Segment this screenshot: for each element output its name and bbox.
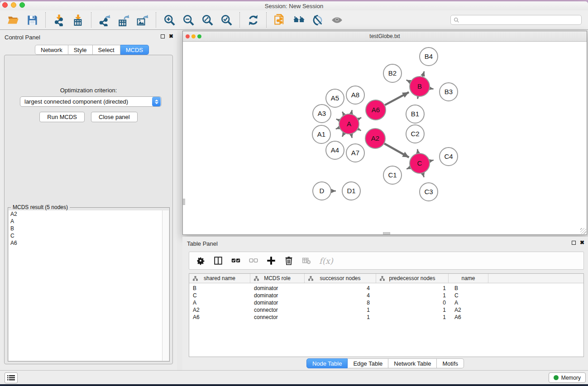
table-cell[interactable]: 1 [376,307,449,313]
network-hscrollbar[interactable] [383,232,390,234]
graph-node-A8[interactable]: A8 [346,86,364,104]
close-table-panel-icon[interactable]: ✖ [580,240,584,245]
graph-node-B3[interactable]: B3 [440,83,458,101]
graph-edge-C-C2[interactable] [417,149,418,153]
table-cell[interactable]: 4 [305,285,376,291]
graph-edge-A-A8[interactable] [351,110,352,114]
graph-node-C[interactable]: C [410,153,430,173]
graph-edge-B-B4[interactable] [423,71,424,76]
delete-table-button[interactable] [301,256,311,266]
zoom-out-button[interactable] [182,13,195,27]
float-table-panel-icon[interactable] [572,241,576,245]
tab-network[interactable]: Network [35,45,68,55]
split-columns-button[interactable] [213,256,223,266]
graph-node-A1[interactable]: A1 [312,125,330,143]
graph-edge-A-A7[interactable] [351,134,352,138]
graph-edge-C-C4[interactable] [430,160,434,161]
graph-edge-B-B3[interactable] [430,88,434,89]
graph-edge-C-C1[interactable] [406,167,410,169]
graph-node-C1[interactable]: C1 [383,166,402,184]
column-header-shared-name[interactable]: shared name [189,274,250,283]
table-cell[interactable]: A [189,300,250,306]
table-row[interactable]: Adominator80A [189,299,583,306]
graph-edge-A-A4[interactable] [342,133,344,137]
graph-edge-A2-C[interactable] [384,143,409,157]
tab-motifs[interactable]: Motifs [437,358,464,368]
column-header-successor-nodes[interactable]: successor nodes [305,274,376,283]
table-cell[interactable]: 1 [305,307,376,313]
table-cell[interactable]: C [189,292,250,299]
export-table-button[interactable] [117,13,130,27]
zoom-fit-button[interactable] [201,13,214,27]
memory-button[interactable]: Memory [549,372,586,383]
graph-edge-A-A1[interactable] [336,128,339,129]
graph-node-A4[interactable]: A4 [326,141,344,159]
mcds-result-item[interactable]: B [9,225,162,232]
graph-node-A5[interactable]: A5 [326,89,344,107]
table-cell[interactable]: dominator [250,292,305,299]
network-vscrollbar[interactable] [183,199,185,205]
float-panel-icon[interactable] [161,34,165,38]
graph-node-A7[interactable]: A7 [346,144,364,162]
table-cell[interactable]: A [449,300,488,306]
table-row[interactable]: A2connector11A2 [189,306,583,314]
table-cell[interactable]: 1 [376,314,449,320]
table-cell[interactable]: A6 [189,314,250,320]
graph-edge-B-B2[interactable] [406,80,411,82]
table-cell[interactable]: A2 [449,307,488,313]
graph-node-B1[interactable]: B1 [406,105,424,123]
graph-edge-C-C3[interactable] [423,173,424,177]
graph-node-B4[interactable]: B4 [420,48,438,66]
open-folder-button[interactable] [6,13,20,27]
mcds-result-item[interactable]: A [9,218,162,225]
table-cell[interactable]: 0 [376,300,449,306]
graph-edge-A-A3[interactable] [336,119,339,120]
save-button[interactable] [25,13,39,27]
graph-node-A3[interactable]: A3 [313,105,331,123]
table-row[interactable]: Bdominator41B [189,285,583,292]
zoom-in-button[interactable] [163,13,176,27]
table-cell[interactable]: 1 [376,292,449,299]
graph-edge-A-A6[interactable] [358,118,361,119]
table-cell[interactable]: connector [250,314,305,320]
trash-button[interactable] [284,256,294,266]
run-mcds-button[interactable]: Run MCDS [39,112,85,122]
column-header-name[interactable]: name [449,274,488,283]
search-input[interactable] [461,17,578,23]
table-cell[interactable]: dominator [250,300,305,306]
table-cell[interactable]: B [189,285,250,291]
hide-graphics-button[interactable] [311,13,325,27]
resize-grip[interactable] [580,228,586,234]
mcds-result-item[interactable]: C [9,232,162,239]
table-cell[interactable]: connector [250,307,305,313]
table-cell[interactable]: C [449,292,488,299]
graph-node-D1[interactable]: D1 [342,182,360,200]
refresh-button[interactable] [246,13,260,27]
graph-node-C4[interactable]: C4 [440,148,458,166]
import-table-button[interactable] [71,13,85,27]
checked-boxes-button[interactable] [231,256,241,266]
table-cell[interactable]: 1 [376,285,449,291]
mcds-result-item[interactable]: A2 [9,210,162,218]
tab-select[interactable]: Select [93,45,120,55]
add-button[interactable] [266,256,276,266]
table-row[interactable]: A6connector11A6 [189,314,583,321]
houses-button[interactable] [292,13,306,27]
graph-node-B2[interactable]: B2 [383,64,402,82]
import-network-button[interactable] [52,13,66,27]
graph-edge-A-A2[interactable] [358,129,361,130]
zoom-selected-button[interactable] [220,13,233,27]
mcds-result-item[interactable]: A6 [9,239,162,247]
tab-style[interactable]: Style [68,45,93,55]
export-network-button[interactable] [98,13,111,27]
export-image-button[interactable] [136,13,149,27]
graph-node-B[interactable]: B [410,76,430,96]
tab-mcds[interactable]: MCDS [120,45,149,55]
graph-node-D[interactable]: D [313,182,331,200]
graph-edge-B-B1[interactable] [418,97,418,99]
gear-button[interactable] [196,256,206,266]
graph-node-C3[interactable]: C3 [420,183,438,201]
graph-node-A6[interactable]: A6 [366,100,386,120]
column-header-predecessor-nodes[interactable]: predecessor nodes [376,274,449,283]
graph-node-C2[interactable]: C2 [406,125,424,143]
